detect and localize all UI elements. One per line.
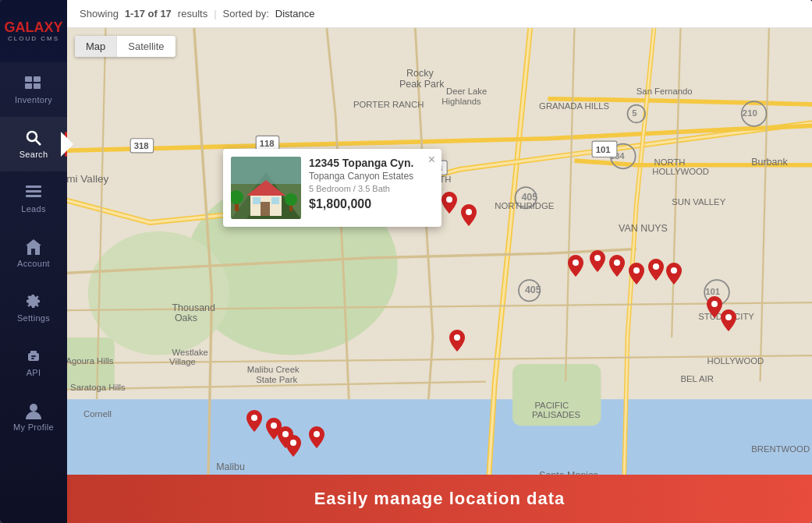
results-bar: Showing 1-17 of 17 results | Sorted by: … [67,0,812,28]
svg-text:Cornell: Cornell [83,409,112,419]
svg-text:Saratoga Hills: Saratoga Hills [70,383,126,392]
property-image [231,157,301,219]
svg-text:Malibu Creek: Malibu Creek [247,365,300,374]
map-pin-12[interactable] [246,410,262,435]
svg-rect-104 [261,202,270,216]
svg-text:Peak Park: Peak Park [399,79,445,90]
svg-rect-6 [26,186,41,188]
map-pin-6[interactable] [629,263,644,288]
svg-text:5: 5 [632,108,636,118]
svg-point-4 [27,132,37,141]
svg-point-89 [671,267,677,274]
svg-text:Malibu: Malibu [216,461,245,472]
promo-banner-text: Easily manage location data [314,489,566,508]
svg-point-85 [594,255,601,261]
svg-rect-15 [31,358,34,359]
svg-point-16 [30,404,37,412]
svg-point-88 [653,263,659,270]
svg-text:VAN NUYS: VAN NUYS [619,223,668,234]
svg-text:Westlake: Westlake [172,348,207,357]
svg-text:Agoura Hills: Agoura Hills [67,356,114,366]
svg-point-91 [725,314,732,320]
svg-point-86 [614,260,620,266]
sidebar-navigation: Inventory Search [0,62,67,523]
svg-text:Burbank: Burbank [751,157,788,168]
sidebar-item-account[interactable]: Account [0,226,67,281]
svg-text:San Fernando: San Fernando [636,87,693,96]
svg-text:PACIFIC: PACIFIC [534,401,569,410]
map-pin-3[interactable] [568,255,583,280]
sidebar: Galaxy CLOUD CMS Inventory [0,0,67,523]
gear-icon [23,293,44,310]
popup-address: 12345 Topanga Cyn. [309,157,434,169]
logo-name: Galaxy [5,20,63,36]
svg-text:318: 318 [134,141,149,150]
svg-rect-7 [26,190,41,193]
results-divider: | [214,8,216,19]
svg-point-110 [285,193,297,206]
map-pin-7[interactable] [648,259,664,284]
svg-text:Thousand: Thousand [172,302,215,313]
popup-beds: 5 Bedroom / 3.5 Bath [309,184,434,193]
results-prefix: Showing [80,8,119,19]
sidebar-item-settings[interactable]: Settings [0,281,67,335]
svg-text:101: 101 [705,287,720,296]
svg-rect-101 [231,157,301,184]
popup-price: $1,800,000 [309,197,434,211]
logo-subtitle: CLOUD CMS [5,35,63,42]
svg-point-92 [454,334,460,341]
sidebar-item-api[interactable]: API [0,335,67,390]
map-pin-5[interactable] [609,255,625,280]
map-tab-map[interactable]: Map [75,36,116,57]
map-pin-2[interactable] [461,204,477,229]
map-wrapper: Map Satellite [67,28,812,523]
map-pin-8[interactable] [666,263,682,288]
promo-banner: Easily manage location data [67,475,812,523]
svg-rect-3 [34,83,41,89]
svg-text:101: 101 [596,145,611,154]
svg-rect-11 [31,249,35,255]
svg-text:Rocky: Rocky [406,68,434,79]
map-pin-15[interactable] [285,435,301,460]
building-icon [23,239,44,256]
sidebar-item-search[interactable]: Search [0,117,67,171]
sidebar-item-profile[interactable]: My Profile [0,390,67,444]
svg-point-83 [466,209,472,215]
svg-line-5 [36,140,41,146]
map-pin-1[interactable] [441,192,457,217]
map-pin-16[interactable] [309,426,324,451]
list-icon [23,184,44,201]
svg-text:Deer Lake: Deer Lake [446,87,487,96]
svg-text:State Park: State Park [256,375,297,384]
popup-details: 12345 Topanga Cyn. Topanga Canyon Estate… [309,157,434,219]
search-icon [23,129,44,147]
sidebar-item-leads[interactable]: Leads [0,171,67,226]
map-pin-10[interactable] [721,309,736,334]
svg-rect-1 [34,76,41,82]
map-tab-satellite[interactable]: Satellite [116,36,175,57]
svg-rect-105 [253,197,261,204]
svg-point-90 [711,301,718,307]
map-pin-9[interactable] [707,296,722,321]
svg-point-96 [290,440,296,446]
app-container: Galaxy CLOUD CMS Inventory [0,0,812,523]
svg-point-93 [251,415,257,421]
person-icon [23,402,44,419]
sidebar-item-inventory[interactable]: Inventory [0,62,67,117]
svg-rect-106 [271,197,279,204]
results-suffix: results [178,8,207,19]
svg-text:BRENTWOOD: BRENTWOOD [751,444,810,454]
svg-text:BEL AIR: BEL AIR [680,374,713,383]
sort-label: Sorted by: [223,8,269,19]
property-popup: × [223,149,441,227]
svg-text:HOLLYWOOD: HOLLYWOOD [707,356,764,366]
svg-rect-2 [25,83,32,89]
popup-close-button[interactable]: × [428,154,435,166]
svg-rect-14 [31,355,36,357]
svg-text:NORTHRIDGE: NORTHRIDGE [495,201,554,210]
map-background: 405 101 5 210 134 101 405 Simi Valley Th… [67,28,812,523]
svg-rect-8 [26,195,41,197]
svg-rect-0 [25,76,32,82]
map-pin-11[interactable] [449,330,465,355]
map-pin-4[interactable] [590,250,605,275]
